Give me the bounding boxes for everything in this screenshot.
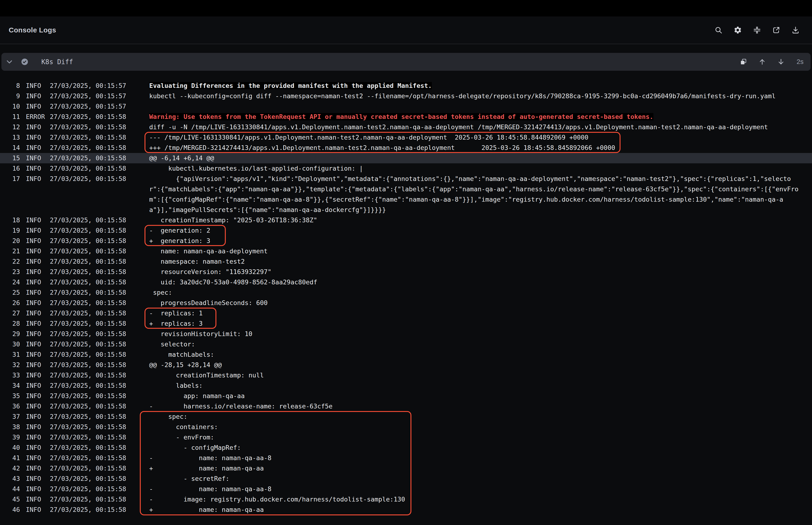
settings-button[interactable] <box>733 25 743 35</box>
log-line-number: 15 <box>0 153 20 163</box>
log-text: revisionHistoryLimit: 10 <box>149 329 802 339</box>
log-row[interactable]: 27 INFO 27/03/2025, 00:15:58 - replicas:… <box>0 308 812 318</box>
step-header-k8s-diff[interactable]: K8s Diff <box>1 53 811 71</box>
log-row[interactable]: 35 INFO 27/03/2025, 00:15:58 app: naman-… <box>0 391 812 401</box>
chevron-down-icon <box>5 58 13 66</box>
log-level: ERROR <box>26 111 50 122</box>
log-level: INFO <box>26 432 50 442</box>
log-text: selector: <box>149 339 802 349</box>
log-level: INFO <box>26 318 50 329</box>
search-button[interactable] <box>713 25 724 35</box>
copy-logs-button[interactable] <box>738 57 749 67</box>
log-row[interactable]: 44 INFO 27/03/2025, 00:15:58 - name: nam… <box>0 484 812 494</box>
log-row[interactable]: 41 INFO 27/03/2025, 00:15:58 - name: nam… <box>0 453 812 463</box>
log-line-number: 18 <box>0 215 20 225</box>
log-level: INFO <box>26 101 50 111</box>
log-level: INFO <box>26 236 50 246</box>
log-text: +++ /tmp/MERGED-3214274413/apps.v1.Deplo… <box>149 142 802 153</box>
log-row[interactable]: 12 INFO 27/03/2025, 00:15:58 diff -u -N … <box>0 122 812 132</box>
log-row[interactable]: 23 INFO 27/03/2025, 00:15:58 resourceVer… <box>0 267 812 277</box>
log-timestamp: 27/03/2025, 00:15:58 <box>50 422 149 432</box>
log-line-number: 41 <box>0 453 20 463</box>
log-text: + replicas: 3 <box>149 318 802 329</box>
log-row[interactable]: 33 INFO 27/03/2025, 00:15:58 creationTim… <box>0 370 812 380</box>
log-row[interactable]: 16 INFO 27/03/2025, 00:15:58 kubectl.kub… <box>0 163 812 174</box>
log-level: INFO <box>26 298 50 308</box>
log-row[interactable]: 40 INFO 27/03/2025, 00:15:58 - configMap… <box>0 442 812 453</box>
log-row[interactable]: 11 ERROR 27/03/2025, 00:15:58 Warning: U… <box>0 111 812 122</box>
collapse-button[interactable] <box>752 25 762 35</box>
log-timestamp: 27/03/2025, 00:15:58 <box>50 277 149 287</box>
log-text: Evaluating Differences in the provided m… <box>149 80 802 91</box>
log-row[interactable]: 17 INFO 27/03/2025, 00:15:58 {"apiVersio… <box>0 174 812 215</box>
log-row[interactable]: 42 INFO 27/03/2025, 00:15:58 + name: nam… <box>0 463 812 474</box>
log-row[interactable]: 15 INFO 27/03/2025, 00:15:58 @@ -6,14 +6… <box>0 153 812 163</box>
log-timestamp: 27/03/2025, 00:15:58 <box>50 349 149 360</box>
log-row[interactable]: 28 INFO 27/03/2025, 00:15:58 + replicas:… <box>0 318 812 329</box>
log-row[interactable]: 34 INFO 27/03/2025, 00:15:58 labels: <box>0 380 812 391</box>
log-line-number: 14 <box>0 142 20 153</box>
log-row[interactable]: 24 INFO 27/03/2025, 00:15:58 uid: 3a20dc… <box>0 277 812 287</box>
arrow-up-icon <box>759 58 766 65</box>
log-timestamp: 27/03/2025, 00:15:58 <box>50 153 149 163</box>
log-line-number: 26 <box>0 298 20 308</box>
log-level: INFO <box>26 370 50 380</box>
log-text: - envFrom: <box>149 432 802 442</box>
scroll-to-top-button[interactable] <box>757 57 767 67</box>
log-level: INFO <box>26 246 50 256</box>
collapse-step-button[interactable] <box>5 57 14 66</box>
log-timestamp: 27/03/2025, 00:15:58 <box>50 484 149 494</box>
log-row[interactable]: 39 INFO 27/03/2025, 00:15:58 - envFrom: <box>0 432 812 442</box>
open-in-new-button[interactable] <box>771 25 781 35</box>
log-row[interactable]: 38 INFO 27/03/2025, 00:15:58 containers: <box>0 422 812 432</box>
log-row[interactable]: 25 INFO 27/03/2025, 00:15:58 spec: <box>0 287 812 298</box>
log-timestamp: 27/03/2025, 00:15:58 <box>50 505 149 515</box>
log-row[interactable]: 30 INFO 27/03/2025, 00:15:58 selector: <box>0 339 812 349</box>
log-timestamp: 27/03/2025, 00:15:58 <box>50 287 149 298</box>
log-line-number: 39 <box>0 432 20 442</box>
console-logs-header: Console Logs <box>0 16 812 44</box>
log-row[interactable]: 37 INFO 27/03/2025, 00:15:58 spec: <box>0 411 812 422</box>
log-level: INFO <box>26 391 50 401</box>
log-row[interactable]: 26 INFO 27/03/2025, 00:15:58 progressDea… <box>0 298 812 308</box>
log-text: spec: <box>149 287 802 298</box>
log-level: INFO <box>26 153 50 163</box>
log-row[interactable]: 32 INFO 27/03/2025, 00:15:58 @@ -28,15 +… <box>0 360 812 370</box>
log-row[interactable]: 21 INFO 27/03/2025, 00:15:58 name: naman… <box>0 246 812 256</box>
log-text: name: naman-qa-aa-deployment <box>149 246 802 256</box>
log-row[interactable]: 31 INFO 27/03/2025, 00:15:58 matchLabels… <box>0 349 812 360</box>
log-text: matchLabels: <box>149 349 802 360</box>
log-line-number: 43 <box>0 474 20 484</box>
log-row[interactable]: 20 INFO 27/03/2025, 00:15:58 + generatio… <box>0 236 812 246</box>
log-row[interactable]: 9 INFO 27/03/2025, 00:15:57 kubectl --ku… <box>0 91 812 101</box>
log-line-number: 22 <box>0 256 20 267</box>
log-row[interactable]: 8 INFO 27/03/2025, 00:15:57 Evaluating D… <box>0 80 812 91</box>
log-text: - replicas: 1 <box>149 308 802 318</box>
log-row[interactable]: 18 INFO 27/03/2025, 00:15:58 creationTim… <box>0 215 812 225</box>
log-row[interactable]: 45 INFO 27/03/2025, 00:15:58 - image: re… <box>0 494 812 505</box>
log-row[interactable]: 13 INFO 27/03/2025, 00:15:58 --- /tmp/LI… <box>0 132 812 142</box>
log-row[interactable]: 46 INFO 27/03/2025, 00:15:58 + name: nam… <box>0 505 812 515</box>
log-level: INFO <box>26 494 50 505</box>
log-line-number: 12 <box>0 122 20 132</box>
log-row[interactable]: 36 INFO 27/03/2025, 00:15:58 - harness.i… <box>0 401 812 411</box>
log-row[interactable]: 43 INFO 27/03/2025, 00:15:58 - secretRef… <box>0 474 812 484</box>
log-timestamp: 27/03/2025, 00:15:58 <box>50 298 149 308</box>
page-title: Console Logs <box>9 26 56 34</box>
search-icon <box>715 26 722 34</box>
log-row[interactable]: 19 INFO 27/03/2025, 00:15:58 - generatio… <box>0 225 812 236</box>
log-line-number: 36 <box>0 401 20 411</box>
log-text: creationTimestamp: null <box>149 370 802 380</box>
log-row[interactable]: 10 INFO 27/03/2025, 00:15:57 <box>0 101 812 111</box>
scroll-to-bottom-button[interactable] <box>776 57 786 67</box>
log-line-number: 34 <box>0 380 20 391</box>
log-row[interactable]: 22 INFO 27/03/2025, 00:15:58 namespace: … <box>0 256 812 267</box>
log-text: kubectl.kubernetes.io/last-applied-confi… <box>149 163 802 174</box>
log-row[interactable]: 14 INFO 27/03/2025, 00:15:58 +++ /tmp/ME… <box>0 142 812 153</box>
log-timestamp: 27/03/2025, 00:15:58 <box>50 432 149 442</box>
log-row[interactable]: 29 INFO 27/03/2025, 00:15:58 revisionHis… <box>0 329 812 339</box>
log-line-number: 46 <box>0 505 20 515</box>
download-button[interactable] <box>791 25 801 35</box>
log-level: INFO <box>26 174 50 215</box>
log-text: - harness.io/release-name: release-63cf5… <box>149 401 802 411</box>
